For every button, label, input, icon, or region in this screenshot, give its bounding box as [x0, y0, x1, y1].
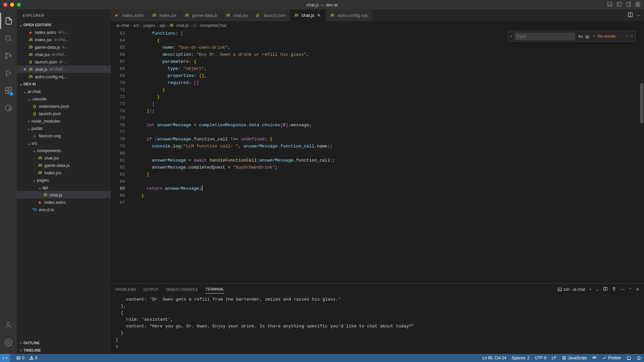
open-editors-header[interactable]: ⌄ OPEN EDITORS: [17, 21, 111, 29]
regex-icon[interactable]: .*: [591, 34, 596, 39]
folder-item[interactable]: ›node_modules: [17, 117, 111, 125]
terminal-shell-label[interactable]: zsh - ai-chat: [557, 287, 585, 292]
maximize-panel-icon[interactable]: ⌃: [629, 287, 632, 292]
extensions-tab[interactable]: 7: [0, 83, 16, 99]
toggle-secondary-icon[interactable]: [626, 2, 631, 8]
file-name: chat.js: [35, 67, 48, 72]
file-item[interactable]: ◇favicon.svg: [17, 132, 111, 139]
file-item[interactable]: JSindex.jsx: [17, 169, 111, 176]
editor-tab[interactable]: ◆index.astro: [111, 9, 148, 21]
outline-header[interactable]: › OUTLINE: [17, 339, 111, 347]
split-editor-icon[interactable]: [628, 12, 633, 18]
folder-item[interactable]: ⌄api: [17, 184, 111, 191]
file-item[interactable]: JSchat.jsx: [17, 154, 111, 162]
project-header[interactable]: ⌄ DEV-AI: [17, 80, 111, 88]
new-terminal-icon[interactable]: +: [589, 287, 592, 292]
panel-tab-debug-console[interactable]: DEBUG CONSOLE: [166, 285, 198, 293]
file-item[interactable]: TSenv.d.ts: [17, 206, 111, 213]
feedback-icon[interactable]: [627, 356, 631, 360]
terminal-output[interactable]: content: 'Dr. Owen gets a refill from th…: [111, 295, 644, 354]
split-terminal-icon[interactable]: [603, 286, 608, 292]
folder-item[interactable]: ⌄components: [17, 147, 111, 154]
code-content[interactable]: functions: [ { name: "buy-dr-owen-drink"…: [131, 29, 631, 283]
folder-item[interactable]: ⌄ai-chat: [17, 88, 111, 95]
editor-tab[interactable]: JSchat.jsx: [222, 9, 252, 21]
folder-item[interactable]: ⌄public: [17, 125, 111, 132]
file-item[interactable]: JSchat.js: [17, 191, 111, 198]
kill-terminal-icon[interactable]: [612, 286, 616, 292]
panel-tab-problems[interactable]: PROBLEMS: [116, 285, 136, 293]
file-item[interactable]: {}launch.json: [17, 110, 111, 117]
breadcrumb-item[interactable]: src: [133, 23, 139, 28]
open-editor-item[interactable]: ✕JSindex.jsxai-cha…: [17, 36, 111, 43]
bell-icon[interactable]: [637, 356, 641, 360]
toggle-sidebar-icon[interactable]: [616, 2, 622, 8]
remote-button[interactable]: [0, 354, 10, 362]
match-case-icon[interactable]: Aa: [577, 34, 584, 39]
editor-tab[interactable]: {}launch.json: [252, 9, 290, 21]
open-editor-item[interactable]: ✕◆index.astroai-c…: [17, 29, 111, 36]
panel-tab-output[interactable]: OUTPUT: [143, 285, 158, 293]
find-expand-icon[interactable]: ›: [510, 34, 513, 39]
close-panel-icon[interactable]: ✕: [636, 287, 639, 292]
more-icon[interactable]: ⋯: [620, 287, 625, 292]
open-editor-item[interactable]: ✕{}launch.jsonai-…: [17, 58, 111, 65]
errors-button[interactable]: 0: [16, 356, 25, 360]
file-item[interactable]: {}extensions.json: [17, 102, 111, 110]
account-tab[interactable]: [0, 317, 16, 333]
open-editor-item[interactable]: ✕JSastro.config.mj…: [17, 73, 111, 80]
close-tab-icon[interactable]: ✕: [316, 13, 322, 18]
encoding-button[interactable]: UTF-8: [535, 356, 546, 360]
breadcrumb-item[interactable]: chat.js: [176, 23, 189, 28]
debug-tab[interactable]: [0, 65, 16, 81]
breadcrumb-item[interactable]: ai-chat: [116, 23, 129, 28]
scrollbar-thumb[interactable]: [640, 83, 643, 123]
editor-tab[interactable]: JSgame-data.js: [181, 9, 222, 21]
breadcrumb-item[interactable]: completeChat: [199, 23, 226, 28]
toggle-panel-icon[interactable]: [607, 2, 612, 8]
timeline-header[interactable]: › TIMELINE: [17, 347, 111, 354]
prettier-button[interactable]: Prettier: [602, 356, 621, 360]
eol-button[interactable]: LF: [552, 356, 556, 360]
sidebar-more-icon[interactable]: ⋯: [101, 13, 105, 17]
file-item[interactable]: JSgame-data.js: [17, 162, 111, 169]
folder-item[interactable]: ⌄pages: [17, 176, 111, 184]
open-editor-item[interactable]: ✕JSgame-data.jsa…: [17, 43, 111, 51]
terminal-dropdown-icon[interactable]: ⌄: [596, 287, 599, 292]
find-selection-icon[interactable]: ≡: [626, 34, 628, 39]
breadcrumb-item[interactable]: pages: [143, 23, 155, 28]
find-input[interactable]: [515, 33, 575, 40]
editor-tab[interactable]: JSastro.config.mjs: [326, 9, 372, 21]
editor-tab[interactable]: JSchat.js✕: [290, 9, 326, 21]
open-editor-item[interactable]: ✕JSchat.jsai-chat/…: [17, 65, 111, 73]
breadcrumb-item[interactable]: api: [159, 23, 165, 28]
language-button[interactable]: JavaScript: [562, 356, 587, 360]
folder-item[interactable]: ⌄src: [17, 139, 111, 147]
copilot-icon[interactable]: [592, 356, 597, 360]
breadcrumb[interactable]: ai-chat›src›pages›api›JSchat.js›⬡complet…: [111, 21, 644, 29]
customize-layout-icon[interactable]: [635, 2, 641, 8]
find-next-icon[interactable]: ↓: [622, 34, 624, 39]
explorer-tab[interactable]: [0, 13, 16, 29]
indent-button[interactable]: Spaces: 2: [512, 356, 530, 360]
close-icon[interactable]: ✕: [22, 67, 28, 72]
find-prev-icon[interactable]: ↑: [618, 34, 620, 39]
open-editor-item[interactable]: ✕JSchat.jsxai-chat…: [17, 51, 111, 58]
cursor-position[interactable]: Ln 85, Col 24: [482, 356, 506, 360]
maximize-window-button[interactable]: [17, 3, 21, 7]
search-tab[interactable]: [0, 30, 16, 46]
edge-tab[interactable]: [0, 100, 16, 116]
scm-tab[interactable]: [0, 48, 16, 64]
folder-item[interactable]: ⌄.vscode: [17, 95, 111, 102]
settings-tab[interactable]: [0, 334, 16, 351]
editor-tab[interactable]: JSindex.jsx: [148, 9, 181, 21]
panel-tab-terminal[interactable]: TERMINAL: [205, 285, 224, 293]
find-close-icon[interactable]: ✕: [630, 34, 634, 39]
close-window-button[interactable]: [3, 3, 7, 7]
more-icon[interactable]: ⋯: [636, 13, 641, 18]
warnings-button[interactable]: 0: [29, 356, 38, 360]
minimize-window-button[interactable]: [10, 3, 14, 7]
editor-scrollbar[interactable]: [639, 29, 644, 283]
file-item[interactable]: ◆index.astro: [17, 198, 111, 206]
whole-word-icon[interactable]: ab: [584, 34, 590, 39]
